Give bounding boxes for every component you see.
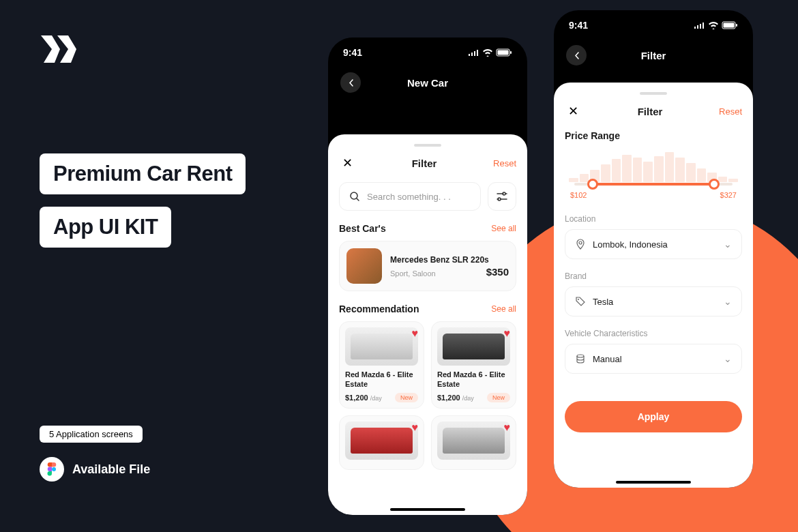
apply-button[interactable]: Applay: [565, 401, 742, 432]
status-bar: 9:41: [328, 38, 527, 68]
car-image: [345, 327, 418, 366]
figma-icon: [40, 457, 64, 482]
brand-value: Tesla: [593, 297, 717, 307]
car-image: [437, 422, 510, 460]
status-time: 9:41: [569, 20, 588, 31]
page-title: Filter: [641, 50, 666, 61]
recommendation-card[interactable]: ♥ Red Mazda 6 - Elite Estate $1,200 /day…: [431, 321, 516, 409]
svg-rect-3: [510, 51, 512, 54]
chevron-down-icon: ⌄: [724, 353, 732, 364]
chevron-down-icon: ⌄: [724, 296, 732, 307]
phone-filter: 9:41 Filter ✕ Filter Reset Price Range: [554, 10, 753, 488]
car-price: $1,200 /day: [437, 394, 474, 402]
back-button[interactable]: [340, 72, 361, 93]
car-name: Red Mazda 6 - Elite Estate: [437, 370, 510, 389]
sheet-title: Filter: [638, 106, 663, 117]
svg-rect-8: [724, 23, 735, 28]
filter-button[interactable]: [488, 182, 516, 211]
status-bar: 9:41: [554, 10, 753, 40]
price-max: $327: [720, 191, 737, 199]
chevron-down-icon: ⌄: [724, 239, 732, 250]
home-indicator[interactable]: [390, 508, 465, 511]
phone-new-car: 9:41 New Car ✕ Filter Reset Search somet…: [328, 38, 527, 515]
best-cars-title: Best Car's: [339, 223, 386, 234]
heart-icon[interactable]: ♥: [504, 327, 511, 340]
nav-header: Filter: [554, 40, 753, 70]
recommendation-title: Recommendation: [339, 304, 419, 314]
best-car-card[interactable]: Mercedes Benz SLR 220s Sport, Saloon $35…: [339, 241, 516, 291]
page-title: New Car: [407, 77, 448, 89]
car-name: Red Mazda 6 - Elite Estate: [345, 370, 418, 389]
price-min: $102: [570, 191, 587, 199]
recommendation-card[interactable]: ♥: [431, 415, 516, 470]
svg-rect-2: [498, 50, 509, 55]
recommendation-card[interactable]: ♥ Red Mazda 6 - Elite Estate $1,200 /day…: [339, 321, 424, 409]
logo: [40, 34, 93, 67]
svg-point-6: [498, 198, 501, 201]
svg-point-11: [578, 299, 579, 300]
database-icon: [575, 353, 586, 364]
price-histogram: [565, 152, 742, 182]
vehicle-dropdown[interactable]: Manual ⌄: [565, 344, 742, 374]
svg-point-12: [577, 355, 584, 357]
heart-icon[interactable]: ♥: [412, 327, 419, 340]
slider-max-thumb[interactable]: [709, 179, 720, 190]
car-price: $350: [486, 266, 509, 278]
search-input[interactable]: Search something. . .: [339, 182, 481, 211]
title-line-1: Premium Car Rent: [40, 153, 246, 194]
filter-sheet: ✕ Filter Reset Price Range $102 $327 Loc…: [554, 83, 753, 488]
marketing-titles: Premium Car Rent App UI KIT: [40, 153, 246, 260]
location-value: Lombok, Indonesia: [593, 239, 717, 250]
search-placeholder: Search something. . .: [367, 192, 451, 202]
svg-point-0: [52, 467, 56, 471]
svg-rect-9: [736, 24, 737, 27]
svg-point-10: [579, 241, 582, 244]
status-icons: [694, 21, 738, 29]
location-label: Location: [565, 214, 742, 224]
sliders-icon: [497, 192, 507, 201]
screens-badge: 5 Application screens: [40, 426, 143, 443]
car-category: Sport, Saloon: [390, 269, 436, 278]
drag-handle[interactable]: [640, 92, 667, 95]
vehicle-label: Vehicle Characteristics: [565, 329, 742, 338]
search-icon: [349, 191, 360, 202]
vehicle-value: Manual: [593, 354, 717, 364]
new-badge: New: [487, 393, 510, 402]
home-indicator[interactable]: [616, 481, 691, 484]
close-button[interactable]: ✕: [565, 103, 581, 119]
car-thumbnail: [346, 248, 382, 284]
car-name: Mercedes Benz SLR 220s: [390, 255, 509, 265]
title-line-2: App UI KIT: [40, 207, 171, 248]
back-button[interactable]: [566, 45, 587, 65]
tag-icon: [575, 296, 586, 307]
sheet-title: Filter: [412, 158, 437, 169]
slider-min-thumb[interactable]: [587, 179, 598, 190]
heart-icon[interactable]: ♥: [412, 422, 419, 434]
available-file: Available File: [40, 457, 150, 482]
filter-sheet: ✕ Filter Reset Search something. . . Bes…: [328, 134, 527, 515]
reset-button[interactable]: Reset: [493, 158, 516, 168]
pin-icon: [575, 239, 586, 250]
brand-label: Brand: [565, 271, 742, 281]
heart-icon[interactable]: ♥: [504, 422, 511, 434]
price-range-title: Price Range: [565, 130, 742, 141]
reset-button[interactable]: Reset: [719, 106, 742, 117]
brand-dropdown[interactable]: Tesla ⌄: [565, 286, 742, 316]
status-icons: [468, 48, 512, 57]
car-image: [437, 327, 510, 366]
price-slider[interactable]: [574, 183, 733, 186]
close-button[interactable]: ✕: [339, 155, 355, 171]
recommendation-card[interactable]: ♥: [339, 415, 424, 470]
see-all-link[interactable]: See all: [491, 224, 516, 233]
status-time: 9:41: [343, 47, 362, 58]
drag-handle[interactable]: [414, 144, 441, 147]
location-dropdown[interactable]: Lombok, Indonesia ⌄: [565, 229, 742, 259]
nav-header: New Car: [328, 68, 527, 98]
car-image: [345, 422, 418, 460]
available-text: Available File: [72, 462, 150, 477]
svg-point-5: [503, 192, 505, 195]
new-badge: New: [395, 393, 418, 402]
see-all-link[interactable]: See all: [491, 304, 516, 314]
car-price: $1,200 /day: [345, 394, 382, 402]
